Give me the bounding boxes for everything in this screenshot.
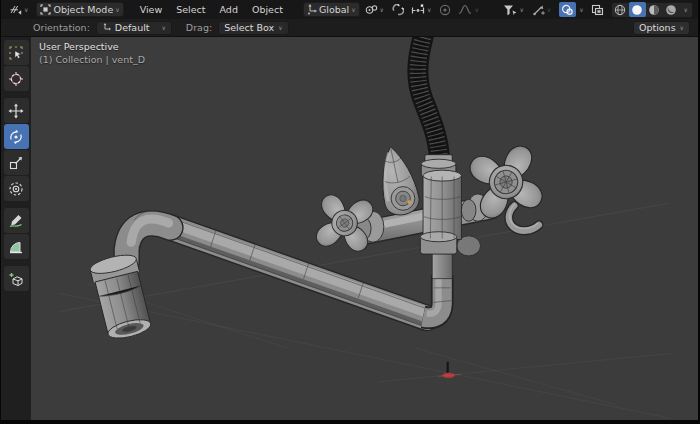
- tool-shelf: [1, 37, 31, 420]
- tool-move[interactable]: [4, 98, 29, 123]
- pivot-point-dropdown[interactable]: ∨: [362, 2, 387, 17]
- orientation-label: Orientation:: [33, 22, 90, 33]
- proportional-editing-button[interactable]: [436, 2, 453, 17]
- orientation-icon: [307, 4, 317, 15]
- move-icon: [8, 103, 24, 119]
- solid-shading-icon: [631, 4, 643, 16]
- chevron-down-icon: ∨: [547, 7, 551, 13]
- faucet-model-render: [1, 37, 698, 420]
- snap-toggle-button[interactable]: [389, 2, 406, 17]
- chevron-down-icon: ∨: [24, 7, 28, 13]
- overlays-dropdown[interactable]: ∨: [556, 2, 586, 17]
- chevron-down-icon: ∨: [427, 7, 431, 13]
- shading-mode-group: ∨: [611, 2, 693, 18]
- menu-object[interactable]: Object: [246, 2, 289, 17]
- object-types-filter-icon: [503, 4, 517, 16]
- gizmos-dropdown[interactable]: ∨: [529, 2, 554, 17]
- falloff-dropdown[interactable]: ∨: [455, 2, 481, 17]
- gizmo-icon: [532, 4, 545, 16]
- snap-target-icon: [411, 4, 425, 16]
- wireframe-shading-icon: [614, 4, 626, 16]
- orientation-dropdown-label: Global: [319, 4, 349, 15]
- snap-target-dropdown[interactable]: ∨: [408, 2, 434, 17]
- faucet-body: [420, 155, 461, 254]
- menu-view[interactable]: View: [134, 2, 169, 17]
- orientation-default-dropdown[interactable]: Default ∨: [96, 21, 172, 35]
- drag-mode-dropdown[interactable]: Select Box ∨: [218, 21, 288, 35]
- tool-add-cube[interactable]: [4, 266, 29, 291]
- rendered-shading-button[interactable]: [663, 2, 680, 17]
- chevron-down-icon: ∨: [474, 7, 478, 13]
- xray-toggle-button[interactable]: [589, 2, 606, 17]
- add-cube-icon: [8, 271, 24, 287]
- tool-rotate[interactable]: [4, 124, 29, 149]
- chevron-down-icon: ∨: [351, 7, 355, 13]
- blender-window: ∨ Object Mode ∨ View Select Add Object G…: [0, 0, 700, 424]
- tool-select-box[interactable]: [4, 40, 29, 65]
- tool-measure[interactable]: [4, 234, 29, 259]
- body-down-pipe: [423, 251, 452, 317]
- editor-type-button[interactable]: ∨: [6, 2, 31, 17]
- drag-label: Drag:: [186, 22, 212, 33]
- menu-add[interactable]: Add: [214, 2, 244, 17]
- editor-type-icon: [9, 4, 22, 16]
- tool-cursor[interactable]: [4, 66, 29, 91]
- falloff-curve-icon: [458, 4, 472, 15]
- transform-icon: [8, 181, 24, 197]
- overlays-toggle[interactable]: [559, 2, 576, 17]
- chevron-down-icon: ∨: [115, 7, 119, 13]
- object-types-visibility-dropdown[interactable]: ∨: [500, 2, 526, 17]
- overlays-icon: [561, 4, 574, 16]
- viewport-3d[interactable]: User Perspective (1) Collection | vent_D: [1, 37, 698, 420]
- tool-scale[interactable]: [4, 150, 29, 175]
- spout-nozzle: [88, 251, 154, 342]
- solid-shading-button[interactable]: [629, 2, 646, 17]
- select-box-icon: [8, 45, 24, 61]
- chevron-down-icon: ∨: [680, 7, 692, 13]
- spout-elbow: [127, 211, 171, 263]
- proportional-editing-icon: [439, 4, 451, 16]
- object-mode-icon: [40, 4, 51, 15]
- rotate-icon: [8, 129, 24, 145]
- orientation-default-icon: [102, 23, 111, 33]
- material-preview-shading-button[interactable]: [646, 2, 663, 17]
- rendered-shading-icon: [665, 4, 677, 16]
- chevron-down-icon: ∨: [278, 25, 282, 31]
- chevron-down-icon: ∨: [161, 25, 165, 31]
- wireframe-shading-button[interactable]: [612, 2, 629, 17]
- scale-icon: [8, 155, 24, 171]
- chevron-down-icon: ∨: [519, 7, 523, 13]
- tool-annotate[interactable]: [4, 208, 29, 233]
- options-dropdown[interactable]: Options ∨: [633, 21, 690, 35]
- chevron-down-icon: ∨: [380, 7, 384, 13]
- drag-mode-label: Select Box: [224, 22, 274, 33]
- measure-icon: [8, 239, 24, 255]
- origin-point: [408, 200, 412, 204]
- annotate-icon: [8, 213, 24, 229]
- hose: [418, 37, 440, 173]
- snap-magnet-icon: [392, 4, 404, 16]
- material-preview-shading-icon: [648, 4, 660, 16]
- transform-orientation-dropdown[interactable]: Global ∨: [303, 2, 360, 17]
- orientation-default-label: Default: [115, 22, 150, 33]
- diverter-handle: [374, 143, 422, 218]
- chevron-down-icon: ∨: [680, 25, 684, 31]
- chevron-down-icon: ∨: [579, 7, 583, 13]
- options-label: Options: [639, 22, 676, 33]
- viewport-header: ∨ Object Mode ∨ View Select Add Object G…: [1, 0, 698, 19]
- menu-select[interactable]: Select: [170, 2, 211, 17]
- tool-settings-bar: Orientation: Default ∨ Drag: Select Box …: [1, 19, 698, 37]
- xray-icon: [591, 4, 604, 16]
- tool-transform[interactable]: [4, 176, 29, 201]
- pivot-point-icon: [365, 4, 378, 16]
- mode-dropdown-label: Object Mode: [53, 4, 113, 15]
- mode-dropdown[interactable]: Object Mode ∨: [36, 2, 123, 17]
- cursor-icon: [8, 71, 24, 87]
